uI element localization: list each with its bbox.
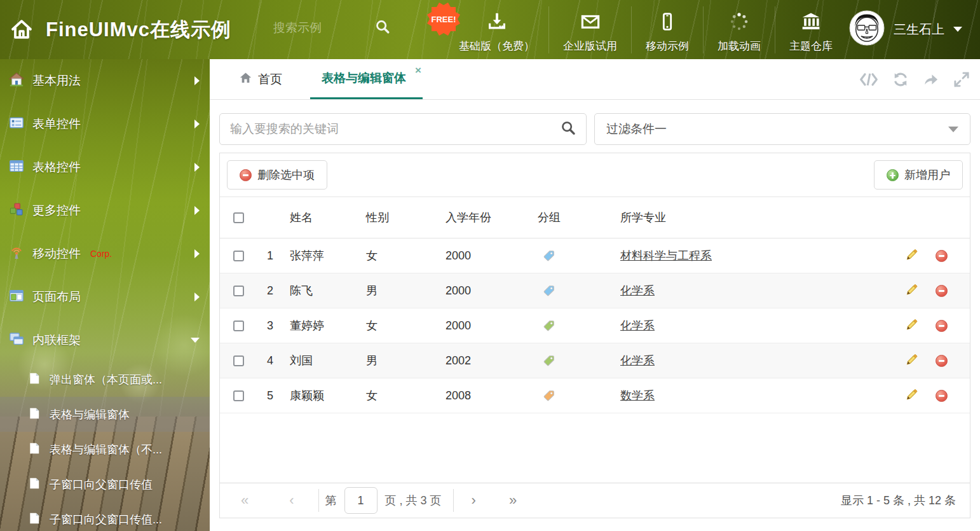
sidebar-item-label: 内联框架 xyxy=(32,332,81,348)
expand-icon[interactable] xyxy=(953,71,970,88)
cell-gender: 女 xyxy=(360,248,439,263)
top-header: FineUIMvc在线示例 FREE! 基础版（免费） 企业版试用 xyxy=(0,0,980,59)
free-badge: FREE! xyxy=(426,1,461,37)
edit-pencil-icon[interactable] xyxy=(905,247,919,265)
grid-toolbar: 删除选中项 新增用户 xyxy=(220,153,970,197)
cell-year: 2002 xyxy=(439,354,531,368)
nav-theme-repo[interactable]: 主题仓库 xyxy=(775,6,847,53)
table-row: 1 张萍萍 女 2000 材料科学与工程系 xyxy=(220,238,970,273)
delete-selected-label: 删除选中项 xyxy=(257,167,315,183)
cell-gender: 男 xyxy=(360,283,439,298)
sidebar-subitem-label: 表格与编辑窗体（不... xyxy=(50,442,162,457)
sidebar-subitem-grid-edit-window[interactable]: 表格与编辑窗体 xyxy=(0,397,210,432)
column-header-name: 姓名 xyxy=(282,210,360,225)
delete-row-icon[interactable] xyxy=(936,355,948,367)
delete-row-icon[interactable] xyxy=(936,320,948,332)
app-home-icon[interactable] xyxy=(10,18,33,43)
tab-label: 表格与编辑窗体 xyxy=(322,70,406,86)
header-search-icon[interactable] xyxy=(375,19,390,37)
search-icon[interactable] xyxy=(561,120,576,138)
edit-pencil-icon[interactable] xyxy=(905,317,919,334)
sidebar-subitem-label: 子窗口向父窗口传值 xyxy=(50,477,153,492)
sidebar-subitem-child-to-parent[interactable]: 子窗口向父窗口传值 xyxy=(0,467,210,502)
add-user-button[interactable]: 新增用户 xyxy=(874,160,963,190)
sidebar-subitem-label: 表格与编辑窗体 xyxy=(50,407,130,422)
row-checkbox[interactable] xyxy=(233,355,244,366)
pager-divider xyxy=(318,489,319,512)
pagination-bar: « ‹ 第 页 , 共 3 页 › » 显示 1 - 5 条 , 共 12 条 xyxy=(220,483,970,518)
next-page-button[interactable]: › xyxy=(472,493,476,507)
chevron-right-icon xyxy=(194,163,200,172)
page-icon xyxy=(28,512,41,527)
tab-close-icon[interactable]: × xyxy=(415,65,421,76)
sidebar-item-more-controls[interactable]: 更多控件 xyxy=(0,189,210,232)
table-header-row: 姓名 性别 入学年份 分组 所学专业 xyxy=(220,197,970,238)
keyword-search-box xyxy=(219,113,587,145)
page-content: 过滤条件一 删除选中项 新增用户 姓名 性别 入 xyxy=(210,100,980,518)
nav-basic-free[interactable]: FREE! 基础版（免费） xyxy=(445,6,548,53)
edit-pencil-icon[interactable] xyxy=(905,387,919,404)
sidebar-subitem-popup-window[interactable]: 弹出窗体（本页面或... xyxy=(0,362,210,397)
sidebar-item-basic-usage[interactable]: 基本用法 xyxy=(0,59,210,102)
sidebar: 基本用法 表单控件 表格控件 更多控件 移动控件 Corp. 页面布局 xyxy=(0,59,210,531)
table-row: 3 董婷婷 女 2000 化学系 xyxy=(220,308,970,343)
open-in-new-icon[interactable] xyxy=(923,71,939,88)
sidebar-subitem-grid-edit-window-2[interactable]: 表格与编辑窗体（不... xyxy=(0,432,210,467)
user-menu[interactable]: 三生石上 xyxy=(849,10,962,48)
nav-enterprise-trial[interactable]: 企业版试用 xyxy=(548,6,631,53)
tag-icon xyxy=(543,320,555,332)
row-checkbox[interactable] xyxy=(233,286,244,296)
keyword-search-input[interactable] xyxy=(230,122,561,136)
form-icon xyxy=(9,115,24,133)
add-user-label: 新增用户 xyxy=(904,167,950,183)
row-number: 1 xyxy=(250,249,282,263)
row-checkbox[interactable] xyxy=(233,251,244,261)
sidebar-item-inline-frame[interactable]: 内联框架 xyxy=(0,319,210,362)
major-link[interactable]: 化学系 xyxy=(620,284,655,297)
nav-label: 主题仓库 xyxy=(789,39,833,53)
edit-pencil-icon[interactable] xyxy=(905,282,919,300)
tag-icon xyxy=(543,250,555,262)
page-number-input[interactable] xyxy=(344,487,378,514)
sidebar-item-page-layout[interactable]: 页面布局 xyxy=(0,275,210,319)
view-source-icon[interactable] xyxy=(859,72,878,87)
dropdown-caret-icon xyxy=(948,127,958,132)
column-header-year: 入学年份 xyxy=(439,210,531,225)
tag-icon xyxy=(543,355,555,367)
grid-panel: 删除选中项 新增用户 姓名 性别 入学年份 分组 所学专业 xyxy=(219,153,970,518)
header-search xyxy=(273,19,400,37)
delete-row-icon[interactable] xyxy=(936,285,948,297)
delete-selected-button[interactable]: 删除选中项 xyxy=(227,160,327,190)
refresh-icon[interactable] xyxy=(892,71,909,88)
sidebar-subitem-child-to-parent-2[interactable]: 子窗口向父窗口传值... xyxy=(0,502,210,531)
major-link[interactable]: 数学系 xyxy=(620,389,655,402)
sidebar-item-form-controls[interactable]: 表单控件 xyxy=(0,102,210,146)
record-summary: 显示 1 - 5 条 , 共 12 条 xyxy=(841,493,956,508)
row-checkbox[interactable] xyxy=(233,321,244,331)
edit-pencil-icon[interactable] xyxy=(905,352,919,369)
pager-divider xyxy=(453,489,454,512)
wireless-icon xyxy=(9,245,24,263)
user-name: 三生石上 xyxy=(894,21,944,38)
spinner-icon xyxy=(729,11,749,34)
cubes-icon xyxy=(9,202,24,219)
filter-dropdown[interactable]: 过滤条件一 xyxy=(594,113,970,145)
tab-home[interactable]: 首页 xyxy=(230,59,291,99)
first-page-button[interactable]: « xyxy=(241,493,248,507)
tab-grid-edit-window[interactable]: 表格与编辑窗体 × xyxy=(310,59,423,99)
nav-loading-animation[interactable]: 加载动画 xyxy=(703,6,775,53)
select-all-checkbox[interactable] xyxy=(233,212,244,223)
nav-mobile-demo[interactable]: 移动示例 xyxy=(631,6,703,53)
delete-row-icon[interactable] xyxy=(936,390,948,402)
prev-page-button[interactable]: ‹ xyxy=(289,493,294,507)
major-link[interactable]: 化学系 xyxy=(620,319,655,332)
sidebar-item-grid-controls[interactable]: 表格控件 xyxy=(0,146,210,189)
delete-row-icon[interactable] xyxy=(936,250,948,262)
major-link[interactable]: 化学系 xyxy=(620,354,655,367)
header-search-input[interactable] xyxy=(273,21,375,35)
sidebar-item-mobile-controls[interactable]: 移动控件 Corp. xyxy=(0,232,210,275)
last-page-button[interactable]: » xyxy=(509,493,517,507)
major-link[interactable]: 材料科学与工程系 xyxy=(620,249,712,262)
cell-name: 康颖颖 xyxy=(282,388,360,403)
row-checkbox[interactable] xyxy=(233,390,244,401)
